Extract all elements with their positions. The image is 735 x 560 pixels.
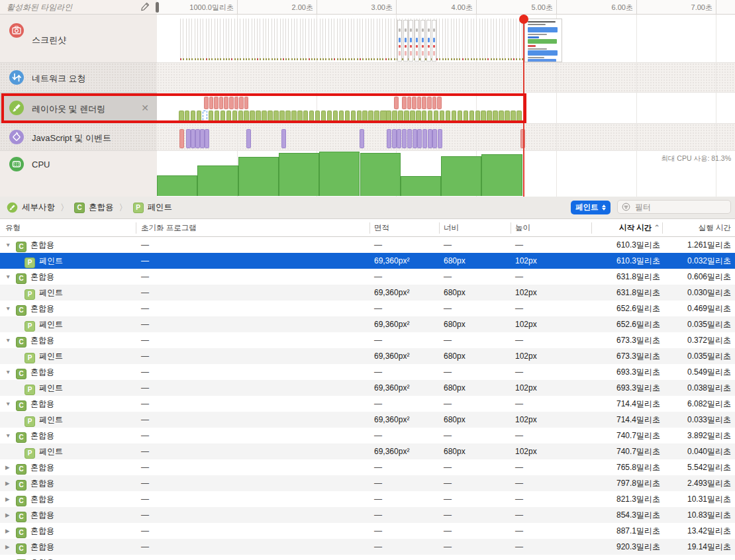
screenshot-frame-line[interactable] <box>496 19 497 60</box>
script-record-bar[interactable] <box>428 129 432 148</box>
disclosure-expanded-icon[interactable]: ▼ <box>5 396 13 412</box>
screenshot-frame-line[interactable] <box>493 19 494 60</box>
column-divider[interactable] <box>511 222 511 234</box>
screenshot-mini-thumbnail[interactable] <box>397 20 402 62</box>
layout-record-bar[interactable] <box>234 97 239 109</box>
paint-record-bar[interactable] <box>209 111 214 122</box>
script-record-bar[interactable] <box>438 129 442 148</box>
paint-record-bar[interactable] <box>268 111 273 122</box>
screenshot-frame-line[interactable] <box>226 19 226 60</box>
screenshot-frame-line[interactable] <box>471 19 471 60</box>
layout-record-bar[interactable] <box>214 97 219 109</box>
screenshot-frame-line[interactable] <box>482 19 483 60</box>
paint-record-bar[interactable] <box>446 111 451 122</box>
layout-record-bar[interactable] <box>427 97 432 109</box>
script-record-bar[interactable] <box>397 129 401 148</box>
paint-record-bar[interactable] <box>179 111 184 122</box>
table-row[interactable]: ▼C혼합용————714.4밀리초6.082밀리초 <box>0 396 735 412</box>
screenshot-mini-thumbnail[interactable] <box>415 20 419 62</box>
screenshot-frame-line[interactable] <box>487 19 488 60</box>
layout-record-bar[interactable] <box>229 97 234 109</box>
screenshot-frame-line[interactable] <box>377 19 377 60</box>
column-header-start-time[interactable]: 시작 시간 ⌃ <box>619 223 660 233</box>
disclosure-collapsed-icon[interactable]: ▶ <box>5 507 13 523</box>
screenshot-frame-line[interactable] <box>368 19 369 60</box>
cpu-usage-bar[interactable] <box>360 153 401 196</box>
screenshot-frame-line[interactable] <box>183 19 183 60</box>
screenshot-frame-line[interactable] <box>274 19 275 60</box>
screenshot-frame-line[interactable] <box>328 19 329 60</box>
table-row[interactable]: P페인트—69,360px²680px102px631.8밀리초0.030밀리초 <box>0 285 735 301</box>
screenshot-frame-line[interactable] <box>371 19 371 60</box>
paint-record-bar-selected[interactable] <box>203 111 208 122</box>
screenshot-frame-line[interactable] <box>479 19 480 60</box>
filter-input[interactable] <box>634 202 722 212</box>
screenshot-frame-line[interactable] <box>303 19 303 60</box>
screenshot-thumbnail[interactable] <box>524 19 562 62</box>
screenshot-frame-line[interactable] <box>448 19 448 60</box>
paint-record-bar[interactable] <box>232 111 238 122</box>
column-divider[interactable] <box>369 222 370 234</box>
screenshot-frame-line[interactable] <box>271 19 272 60</box>
script-record-bar[interactable] <box>360 129 364 148</box>
disclosure-expanded-icon[interactable]: ▼ <box>5 301 13 316</box>
screenshot-frame-line[interactable] <box>325 19 326 60</box>
screenshot-frame-line[interactable] <box>320 19 320 60</box>
paint-record-bar[interactable] <box>297 111 303 122</box>
screenshots-track[interactable] <box>157 15 735 63</box>
screenshot-frame-line[interactable] <box>373 19 374 60</box>
disclosure-expanded-icon[interactable]: ▼ <box>5 269 13 285</box>
paint-record-bar[interactable] <box>262 111 267 122</box>
script-record-bar[interactable] <box>186 129 191 148</box>
table-row[interactable]: ▼C혼합용————693.3밀리초0.549밀리초 <box>0 364 735 380</box>
screenshot-frame-line[interactable] <box>186 19 187 60</box>
screenshot-frame-line[interactable] <box>462 19 463 60</box>
screenshot-frame-line[interactable] <box>291 19 292 60</box>
screenshot-frame-line[interactable] <box>342 19 343 60</box>
paint-record-bar[interactable] <box>327 111 332 122</box>
screenshot-frame-line[interactable] <box>491 19 491 60</box>
paint-record-bar[interactable] <box>428 111 433 122</box>
screenshot-mini-thumbnail[interactable] <box>403 20 408 62</box>
paint-record-bar[interactable] <box>493 111 498 122</box>
column-header-height[interactable]: 높이 <box>515 223 530 233</box>
disclosure-expanded-icon[interactable]: ▼ <box>5 364 13 380</box>
screenshot-frame-line[interactable] <box>294 19 295 60</box>
paint-record-bar[interactable] <box>215 111 220 122</box>
paint-record-bar[interactable] <box>458 111 463 122</box>
paint-record-bar[interactable] <box>499 111 504 122</box>
table-row[interactable]: ▶C혼합용————887.1밀리초13.42밀리초 <box>0 523 735 539</box>
paint-record-bar[interactable] <box>345 111 350 122</box>
screenshot-frame-line[interactable] <box>211 19 212 60</box>
screenshot-frame-line[interactable] <box>340 19 340 60</box>
script-record-bar[interactable] <box>413 129 417 148</box>
cpu-track[interactable]: 최대 CPU 사용: 81.3% <box>157 151 735 197</box>
script-record-bar[interactable] <box>200 129 205 148</box>
layout-record-bar[interactable] <box>209 97 214 109</box>
paint-record-bar[interactable] <box>309 111 315 122</box>
layout-render-track[interactable] <box>157 93 735 124</box>
screenshot-frame-line[interactable] <box>206 19 207 60</box>
screenshot-frame-line[interactable] <box>456 19 457 60</box>
screenshot-frame-line[interactable] <box>314 19 315 60</box>
paint-record-bar[interactable] <box>256 111 261 122</box>
edit-timelines-icon[interactable] <box>140 1 150 12</box>
javascript-track[interactable] <box>157 124 735 151</box>
screenshot-frame-line[interactable] <box>246 19 246 60</box>
screenshot-frame-line[interactable] <box>388 19 389 60</box>
screenshot-frame-line[interactable] <box>209 19 209 60</box>
screenshot-frame-line[interactable] <box>305 19 306 60</box>
paint-record-bar[interactable] <box>226 111 232 122</box>
table-row[interactable]: P페인트—69,360px²680px102px740.7밀리초0.040밀리초 <box>0 443 735 459</box>
screenshot-frame-line[interactable] <box>217 19 218 60</box>
table-row[interactable]: ▶C혼합용————765.8밀리초5.542밀리초 <box>0 459 735 475</box>
column-header-type[interactable]: 유형 <box>5 223 21 233</box>
script-record-bar[interactable] <box>281 129 286 148</box>
sidebar-item-screenshots[interactable]: 스크린샷 <box>0 15 157 63</box>
table-row[interactable]: ▶C혼합용————797.8밀리초2.493밀리초 <box>0 475 735 491</box>
table-row[interactable]: ▼C혼합용————673.3밀리초0.372밀리초 <box>0 332 735 348</box>
table-row[interactable]: P페인트—69,360px²680px102px693.3밀리초0.038밀리초 <box>0 380 735 396</box>
table-row[interactable]: ▶C혼합용————821.3밀리초10.31밀리초 <box>0 491 735 507</box>
layout-record-bar[interactable] <box>432 97 437 109</box>
screenshot-frame-line[interactable] <box>311 19 312 60</box>
